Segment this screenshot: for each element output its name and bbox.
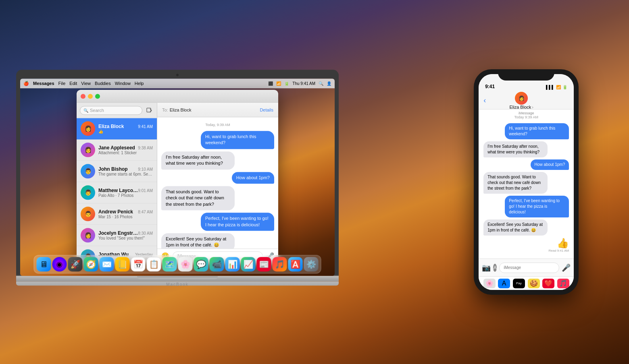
conv-info-matthew: Matthew Laycock 9:01 AM Palo Alto · 7 Ph… [98, 188, 153, 198]
conv-info-andrew: Andrew Penick 8:47 AM Mar 15 · 16 Photos [98, 209, 153, 219]
dock-finder[interactable]: 🖥 [37, 257, 51, 271]
compose-button[interactable] [145, 106, 154, 115]
iphone-msg-4: That sounds good. Want to check out that… [483, 172, 569, 194]
iphone-bottom-bar: 🌸 A Pay 🍪 ❤️ 🎵 [479, 276, 574, 290]
conv-time-andrew: 8:47 AM [138, 210, 153, 214]
menubar-siri-icon[interactable]: 👤 [327, 81, 331, 86]
conversation-item-andrew[interactable]: 👨 Andrew Penick 8:47 AM Mar 15 · 16 Phot… [77, 203, 157, 225]
menubar-buddies[interactable]: Buddies [95, 81, 111, 86]
dock-maps[interactable]: 🗺️ [162, 257, 177, 271]
microphone-icon[interactable]: 🎤 [562, 263, 571, 272]
iphone-time: 9:41 [485, 84, 546, 89]
maximize-button[interactable] [95, 94, 100, 99]
dock-keynote[interactable]: 📊 [225, 257, 240, 271]
dock-photos[interactable]: 🌸 [178, 257, 193, 271]
close-button[interactable] [81, 94, 85, 99]
conversation-item-jocelyn[interactable]: 👩 Jocelyn Engstrom 8:30 AM You loved "Se… [77, 225, 157, 246]
iphone-bubble-6: Excellent! See you Saturday at 1pm in fr… [483, 219, 548, 236]
conv-info-jane: Jane Appleseed 9:38 AM Attachment: 1 Sti… [98, 145, 153, 155]
conv-preview-jocelyn: You loved "See you then!" [98, 236, 153, 240]
chat-messages: Today, 9:39 AM Hi, want to grab lunch th… [157, 117, 278, 248]
conversation-item-matthew[interactable]: 👨 Matthew Laycock 9:01 AM Palo Alto · 7 … [77, 182, 157, 203]
conversations-sidebar: 🔍 Search [77, 103, 157, 263]
chat-timestamp: Today, 9:39 AM [161, 123, 274, 127]
message-row-5: Perfect, I've been wanting to go! I hear… [161, 213, 274, 231]
dock-mail[interactable]: ✉️ [100, 257, 114, 271]
conv-info-john: John Bishop 9:10 AM The game starts at 6… [98, 166, 153, 176]
laptop-bottom [16, 276, 339, 281]
dock-facetime[interactable]: 📹 [210, 257, 224, 271]
iphone-digital-touch-icon[interactable]: ❤️ [542, 279, 554, 288]
laptop-hinge [137, 276, 218, 279]
window-body: 🔍 Search [77, 103, 278, 263]
search-bar[interactable]: 🔍 Search [80, 106, 142, 115]
menubar-view[interactable]: View [81, 81, 91, 86]
menubar-battery-icon: 🔋 [284, 81, 289, 86]
dock: 🖥 ◉ 🚀 🧭 ✉️ 📒 📅 📋 🗺️ 🌸 💬 📹 📊 📈 📰 🎵 [34, 255, 321, 273]
bubble-3: How about 1pm? [232, 172, 274, 184]
dock-launchpad[interactable]: 🚀 [68, 257, 83, 271]
dock-music[interactable]: 🎵 [273, 257, 287, 271]
iphone-contact-name[interactable]: Eliza Block [509, 105, 531, 110]
appstore-inline-icon[interactable]: A [493, 264, 497, 272]
dock-safari[interactable]: 🧭 [84, 257, 98, 271]
iphone-msg-1: Hi, want to grab lunch this weekend? [483, 123, 569, 139]
conv-name-jocelyn: Jocelyn Engstrom [98, 230, 138, 236]
dock-numbers[interactable]: 📈 [241, 257, 256, 271]
camera-icon[interactable]: 📷 [482, 263, 491, 272]
menubar-help[interactable]: Help [135, 81, 144, 86]
dock-news[interactable]: 📰 [257, 257, 271, 271]
minimize-button[interactable] [88, 94, 93, 99]
macbook-label: MacBook [16, 281, 339, 287]
details-button[interactable]: Details [260, 108, 273, 112]
iphone-messages: Hi, want to grab lunch this weekend? I'm… [479, 120, 574, 259]
macbook-screen: 🍎 Messages File Edit View Buddies Window… [20, 79, 335, 276]
iphone-notch [498, 69, 554, 81]
dock-reminders[interactable]: 📋 [147, 257, 161, 271]
iphone-appstore-icon[interactable]: A [498, 279, 510, 288]
message-row-1: Hi, want to grab lunch this weekend? [161, 131, 274, 149]
bubble-1: Hi, want to grab lunch this weekend? [201, 131, 274, 149]
sidebar-search-area: 🔍 Search [77, 103, 157, 118]
iphone-emoji-thumbsup: 👍 [557, 238, 569, 249]
dock-siri[interactable]: ◉ [52, 257, 67, 271]
iphone-msg-7: 👍 Read 9:41 AM [483, 238, 569, 252]
iphone-bubble-5: Perfect, I've been wanting to go! I hear… [505, 196, 569, 217]
menubar-time: Thu 9:41 AM [292, 81, 315, 86]
dock-notes[interactable]: 📒 [115, 257, 130, 271]
iphone-signal-icon: ▌▌▌ [546, 85, 554, 89]
apple-icon: 🍎 [23, 81, 29, 86]
iphone-message-input[interactable] [499, 263, 559, 273]
conv-name-eliza: Eliza Block [98, 124, 124, 129]
iphone-applepay-icon[interactable]: Pay [513, 279, 525, 288]
iphone-music-icon[interactable]: 🎵 [557, 279, 569, 288]
menubar-file[interactable]: File [58, 81, 66, 86]
iphone-photos-icon[interactable]: 🌸 [483, 279, 496, 288]
iphone-msg-6: Excellent! See you Saturday at 1pm in fr… [483, 219, 569, 236]
dock-messages[interactable]: 💬 [194, 257, 208, 271]
iphone-nav-center: 👩 Eliza Block › [486, 92, 557, 110]
iphone-status-icons: ▌▌▌ 📶 🔋 [546, 85, 567, 89]
iphone-contact-name-row: Eliza Block › [509, 105, 533, 110]
menubar-search-icon[interactable]: 🔍 [319, 81, 323, 86]
avatar-jane: 👩 [81, 143, 95, 157]
conv-time-matthew: 9:01 AM [138, 188, 153, 193]
bubble-2: I'm free Saturday after noon, what time … [161, 151, 235, 170]
dock-appstore[interactable]: 🅰️ [288, 257, 303, 271]
conversation-item-eliza[interactable]: 👩 Eliza Block 9:41 AM 👍 [77, 118, 157, 139]
conversation-item-jane[interactable]: 👩 Jane Appleseed 9:38 AM Attachment: 1 S… [77, 139, 157, 161]
conv-time-jane: 9:38 AM [138, 146, 153, 150]
imessage-label: iMessage [479, 111, 574, 115]
dock-syspref[interactable]: ⚙️ [304, 257, 319, 271]
iphone-animoji-icon[interactable]: 🍪 [528, 279, 540, 288]
imessage-label-area: iMessage Today 9:39 AM [479, 110, 574, 120]
menubar-left: 🍎 Messages File Edit View Buddies Window… [23, 81, 144, 86]
conv-preview-matthew: Palo Alto · 7 Photos [98, 193, 153, 198]
conversation-item-john[interactable]: 👨 John Bishop 9:10 AM The game starts at… [77, 161, 157, 182]
menubar-window[interactable]: Window [115, 81, 131, 86]
menubar-messages[interactable]: Messages [33, 81, 54, 86]
bubble-6: Excellent! See you Saturday at 1pm in fr… [161, 233, 235, 248]
menubar-edit[interactable]: Edit [69, 81, 77, 86]
dock-calendar[interactable]: 📅 [131, 257, 146, 271]
conv-header-matthew: Matthew Laycock 9:01 AM [98, 188, 153, 193]
